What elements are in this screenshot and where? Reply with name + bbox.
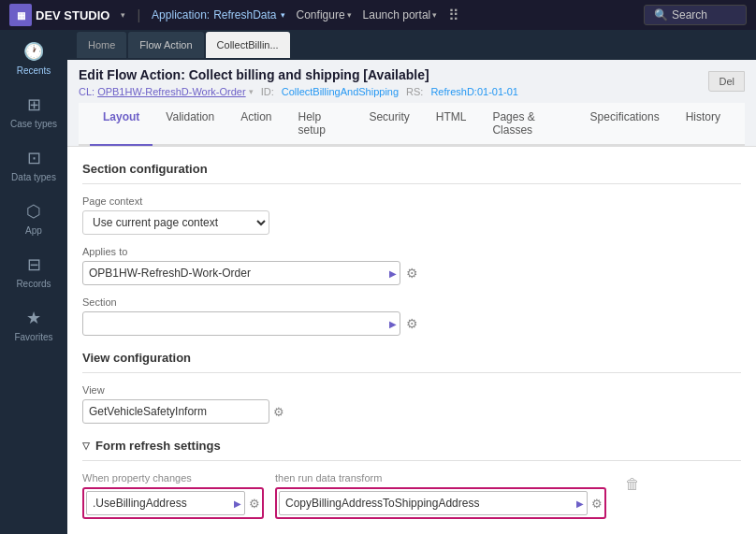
sidebar-item-app[interactable]: ⬡ App: [0, 194, 67, 243]
content-header: Edit Flow Action: Collect billing and sh…: [67, 60, 756, 147]
then-run-gear-icon[interactable]: ⚙: [591, 497, 603, 511]
tab-help-setup[interactable]: Help setup: [285, 103, 356, 146]
then-run-label: then run data transform: [275, 472, 606, 483]
when-property-col: When property changes ▶ ⚙: [82, 472, 264, 519]
sidebar-item-favorites[interactable]: ★ Favorites: [0, 300, 67, 350]
app-chevron[interactable]: ▾: [281, 10, 285, 20]
configure-label: Configure: [297, 8, 345, 22]
launch-chevron: ▾: [432, 10, 437, 20]
sidebar-item-label: Data types: [11, 172, 56, 182]
tab-layout-label: Layout: [103, 110, 139, 123]
when-property-label: When property changes: [82, 472, 264, 483]
logo-chevron[interactable]: ▾: [121, 10, 125, 20]
sidebar-item-label: Recents: [17, 65, 51, 76]
when-property-input-wrap: ▶ ⚙: [82, 487, 264, 519]
section-config-title: Section configuration: [82, 162, 741, 184]
sidebar-item-recents[interactable]: 🕐 Recents: [0, 34, 67, 83]
refresh-condition-row: When property changes ▶ ⚙ then run data …: [82, 472, 741, 519]
sidebar-item-records[interactable]: ⊟ Records: [0, 247, 67, 296]
delete-condition-icon[interactable]: 🗑: [625, 476, 640, 493]
collapse-icon[interactable]: ▽: [82, 440, 90, 451]
app-switcher-icon[interactable]: ⠿: [448, 7, 461, 24]
view-config-title: View configuration: [82, 351, 741, 373]
main-area: Home Flow Action CollectBillin... Edit F…: [67, 30, 756, 534]
cl-chevron[interactable]: ▾: [249, 87, 254, 96]
when-property-gear-icon[interactable]: ⚙: [249, 497, 260, 511]
nav-tabs: Layout Validation Action Help setup Secu…: [79, 103, 745, 146]
configure-chevron: ▾: [347, 10, 352, 20]
sidebar-item-data-types[interactable]: ⊡ Data types: [0, 140, 67, 190]
app-label: Application:: [152, 8, 210, 22]
tab-flow-action-label: Flow Action: [139, 39, 192, 51]
top-bar: ▦ DEV STUDIO ▾ | Application: RefreshDat…: [0, 0, 756, 30]
sidebar-item-label: App: [25, 225, 42, 236]
tab-flow-action[interactable]: Flow Action: [128, 32, 203, 58]
section-input[interactable]: [82, 311, 400, 336]
sidebar-item-case-types[interactable]: ⊞ Case types: [0, 87, 67, 137]
meta-id-value: CollectBillingAndShipping: [282, 86, 399, 97]
tab-validation[interactable]: Validation: [153, 103, 227, 146]
tab-security[interactable]: Security: [356, 103, 422, 146]
section-gear-icon[interactable]: ⚙: [406, 316, 418, 331]
tab-validation-label: Validation: [166, 110, 214, 123]
tab-pages-classes[interactable]: Pages & Classes: [479, 103, 576, 146]
meta-id-label: ID:: [261, 86, 274, 97]
when-property-input[interactable]: [86, 491, 245, 515]
app-icon: ⬡: [26, 201, 41, 222]
section-label: Section: [82, 296, 741, 308]
form-refresh-title: Form refresh settings: [95, 439, 221, 453]
recents-icon: 🕐: [23, 41, 44, 62]
view-group: View ⚙: [82, 384, 741, 424]
applies-to-label: Applies to: [82, 246, 741, 257]
page-context-select[interactable]: Use current page context: [82, 210, 269, 235]
app-name: RefreshData: [213, 8, 276, 22]
tab-html[interactable]: HTML: [423, 103, 480, 146]
sidebar-item-label: Case types: [10, 119, 57, 129]
then-run-arrow-icon: ▶: [576, 498, 584, 509]
launch-label: Launch portal: [363, 8, 431, 22]
tab-help-setup-label: Help setup: [298, 110, 326, 137]
meta-rs-label: RS:: [406, 86, 423, 97]
data-types-icon: ⊡: [27, 148, 41, 168]
logo: ▦ DEV STUDIO: [9, 4, 109, 26]
tab-action[interactable]: Action: [227, 103, 284, 146]
tab-action-label: Action: [240, 110, 271, 123]
then-run-input[interactable]: [279, 491, 588, 515]
tab-specifications[interactable]: Specifications: [577, 103, 673, 146]
tab-security-label: Security: [369, 110, 409, 123]
sidebar-item-label: Records: [16, 279, 51, 289]
view-configuration-block: View configuration View ⚙: [82, 351, 741, 424]
applies-to-arrow-icon: ▶: [389, 268, 397, 279]
case-types-icon: ⊞: [27, 94, 41, 115]
page-context-group: Page context Use current page context: [82, 195, 741, 235]
section-configuration-block: Section configuration Page context Use c…: [82, 162, 741, 336]
tab-pages-classes-label: Pages & Classes: [492, 110, 534, 137]
content-body: Section configuration Page context Use c…: [67, 147, 756, 534]
search-placeholder: Search: [672, 8, 707, 22]
tab-history-label: History: [686, 110, 720, 123]
tab-layout[interactable]: Layout: [90, 103, 153, 146]
configure-menu[interactable]: Configure ▾: [297, 8, 352, 22]
applies-to-input[interactable]: [82, 261, 400, 285]
form-refresh-header: ▽ Form refresh settings: [82, 439, 741, 461]
edit-title: Edit Flow Action: Collect billing and sh…: [79, 67, 708, 82]
applies-to-gear-icon[interactable]: ⚙: [406, 266, 418, 281]
tab-collect-billing[interactable]: CollectBillin...: [206, 32, 290, 58]
then-run-col: then run data transform ▶ ⚙: [275, 472, 606, 519]
del-button[interactable]: Del: [708, 71, 745, 92]
search-bar[interactable]: 🔍 Search: [644, 5, 747, 25]
logo-icon: ▦: [9, 4, 32, 26]
meta-cl: CL: OPB1HW-RefreshD-Work-Order ▾: [79, 86, 254, 97]
tab-collect-billing-label: CollectBillin...: [217, 39, 279, 51]
view-input[interactable]: [82, 399, 269, 424]
records-icon: ⊟: [27, 254, 41, 275]
tab-history[interactable]: History: [673, 103, 734, 146]
launch-portal-menu[interactable]: Launch portal ▾: [363, 8, 438, 22]
view-label: View: [82, 384, 741, 396]
tab-home-label: Home: [88, 39, 115, 51]
when-property-arrow-icon: ▶: [234, 498, 241, 509]
form-refresh-block: ▽ Form refresh settings When property ch…: [82, 439, 741, 534]
view-gear-icon[interactable]: ⚙: [273, 405, 284, 419]
tab-specifications-label: Specifications: [590, 110, 660, 123]
tab-home[interactable]: Home: [77, 32, 126, 58]
